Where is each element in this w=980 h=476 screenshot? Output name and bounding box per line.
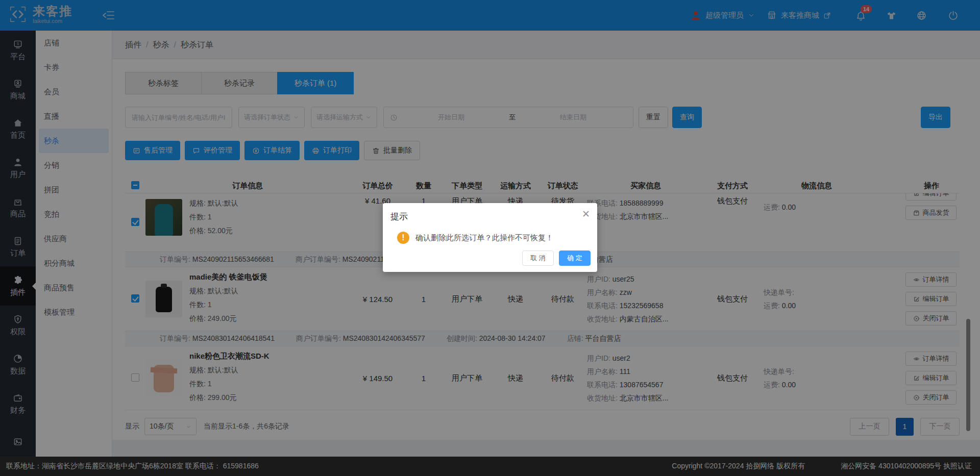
confirm-delete-dialog: 提示 ✕ ! 确认删除此所选订单？此操作不可恢复！ 取 消 确 定 [383, 203, 597, 272]
dialog-message: 确认删除此所选订单？此操作不可恢复！ [415, 232, 553, 244]
confirm-button[interactable]: 确 定 [559, 250, 591, 266]
cancel-button[interactable]: 取 消 [522, 250, 554, 266]
warning-icon: ! [397, 232, 409, 244]
dialog-title: 提示 [390, 211, 590, 222]
close-icon[interactable]: ✕ [582, 209, 590, 219]
